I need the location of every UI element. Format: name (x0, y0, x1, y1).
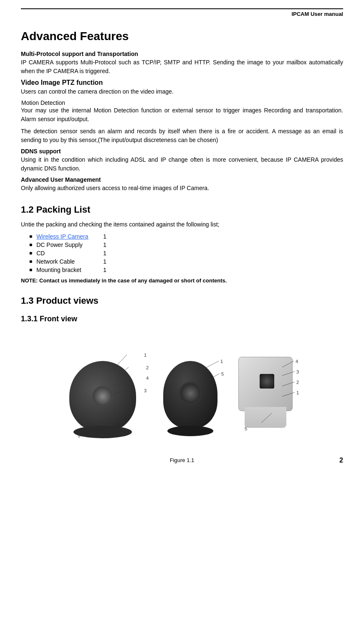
callout-1c: 1 (296, 390, 299, 395)
list-item-network: Network Cable 1 (29, 258, 343, 265)
page-header: IPCAM User manual (21, 8, 343, 17)
network-cable-qty: 1 (103, 258, 106, 265)
list-item-wireless: Wireless IP Camera 1 (29, 233, 343, 240)
mounting-bracket-label: Mounting bracket (36, 267, 103, 273)
motion-detection-heading: Motion Detection (21, 99, 343, 106)
section-video-image-text: Users can control the camera direction o… (21, 87, 343, 96)
camera-left-body (69, 361, 136, 432)
camera-left-base (73, 426, 132, 438)
camera-left: 1 2 4 3 5 (65, 340, 149, 440)
wireless-camera-label: Wireless IP Camera (36, 233, 88, 240)
callout-5c: 5 (245, 426, 247, 431)
list-item-dc: DC Power Supply 1 (29, 241, 343, 248)
packing-list-intro: Untie the packing and checking the items… (21, 220, 343, 229)
callout-5b: 5 (221, 371, 224, 376)
callout-4c: 4 (296, 359, 298, 364)
wireless-camera-qty: 1 (103, 233, 106, 240)
ddns-text: Using it in the condition which includin… (21, 155, 343, 173)
ddns-heading: DDNS support (21, 148, 343, 155)
footer-row: Figure 1.1 2 (21, 457, 343, 463)
list-item-mounting: Mounting bracket 1 (29, 267, 343, 273)
note-text: NOTE: Contact us immediately in the case… (21, 277, 343, 284)
packing-list-title: 1.2 Packing List (21, 204, 343, 215)
callout-3a: 4 (146, 376, 149, 381)
list-item-cd: CD 1 (29, 250, 343, 257)
cd-label: CD (36, 250, 103, 257)
user-mgmt-text: Only allowing authorized users access to… (21, 184, 343, 193)
section-video-image-heading: Video Image PTZ function (21, 79, 343, 86)
camera-right: 4 3 2 1 5 (232, 348, 299, 432)
mounting-bracket-qty: 1 (103, 267, 106, 273)
figure-caption: Figure 1.1 (170, 457, 195, 463)
camera-middle: 1 5 (157, 340, 224, 440)
callout-1b: 1 (220, 359, 223, 364)
page-title: Advanced Features (21, 30, 343, 43)
camera-right-lens (260, 374, 274, 389)
motion-detection-text2: The detection sensor sends an alarm and … (21, 127, 343, 145)
network-cable-label: Network Cable (36, 258, 103, 265)
section-multi-protocol-heading: Multi-Protocol support and Transportatio… (21, 51, 343, 57)
camera-middle-body (163, 361, 217, 428)
camera-left-lens (92, 386, 113, 407)
camera-image: 1 2 4 3 5 (61, 332, 303, 449)
user-mgmt-heading: Advanced User Management (21, 176, 343, 183)
callout-5a: 5 (78, 433, 80, 438)
callout-4a: 3 (144, 388, 147, 393)
product-views-title: 1.3 Product views (21, 295, 343, 306)
camera-middle-base (167, 426, 213, 436)
figure-area: 1 2 4 3 5 (21, 332, 343, 449)
dc-power-qty: 1 (103, 241, 106, 248)
motion-detection-text: Your may use the internal Motion Detecti… (21, 106, 343, 124)
callout-1a: 1 (144, 353, 147, 358)
front-view-title: 1.3.1 Front view (21, 315, 343, 323)
camera-right-body (238, 357, 293, 411)
page-number: 2 (339, 457, 343, 464)
dc-power-label: DC Power Supply (36, 241, 103, 248)
camera-right-base (245, 407, 286, 428)
section-multi-protocol-text: IP CAMERA supports Multi-Protocol such a… (21, 58, 343, 76)
header-title: IPCAM User manual (291, 11, 343, 17)
camera-middle-lens (179, 382, 202, 405)
callout-2a: 2 (146, 365, 149, 370)
callout-2c: 2 (296, 380, 299, 385)
packing-list: Wireless IP Camera 1 DC Power Supply 1 C… (29, 233, 343, 273)
callout-3c: 3 (296, 369, 299, 374)
cd-qty: 1 (103, 250, 106, 257)
